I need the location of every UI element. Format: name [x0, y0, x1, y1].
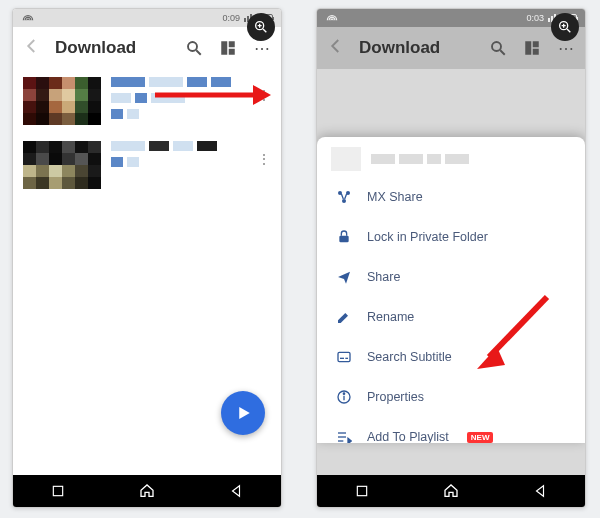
- phone-right: 0:03 Download ⋯: [316, 8, 586, 508]
- menu-properties[interactable]: Properties: [317, 377, 585, 417]
- lock-icon: [335, 228, 353, 246]
- svg-rect-31: [340, 358, 344, 359]
- svg-rect-13: [53, 486, 62, 495]
- nav-back-icon[interactable]: [531, 482, 549, 500]
- nav-home-icon[interactable]: [138, 482, 156, 500]
- menu-lock[interactable]: Lock in Private Folder: [317, 217, 585, 257]
- page-title: Download: [55, 38, 185, 58]
- nav-back-icon[interactable]: [227, 482, 245, 500]
- status-time: 0:09: [222, 13, 240, 23]
- more-icon[interactable]: ⋯: [253, 39, 271, 57]
- svg-rect-11: [229, 49, 235, 55]
- app-toolbar: Download ⋯: [13, 27, 281, 69]
- svg-rect-30: [338, 352, 350, 361]
- svg-rect-40: [357, 486, 366, 495]
- item-more-icon[interactable]: ⋮: [257, 151, 271, 167]
- nav-home-icon[interactable]: [442, 482, 460, 500]
- svg-rect-4: [244, 18, 246, 22]
- thumbnail: [23, 141, 101, 189]
- svg-point-7: [188, 42, 197, 51]
- sheet-header: [317, 137, 585, 177]
- svg-point-28: [342, 199, 346, 203]
- status-bar: 0:09: [13, 9, 281, 27]
- svg-rect-32: [345, 358, 348, 359]
- svg-point-21: [492, 42, 501, 51]
- svg-line-1: [263, 29, 266, 32]
- menu-label: Rename: [367, 310, 414, 324]
- more-icon[interactable]: ⋯: [557, 39, 575, 57]
- back-icon[interactable]: [327, 37, 345, 59]
- app-toolbar: Download ⋯: [317, 27, 585, 69]
- video-list: ⋮ ⋮: [13, 69, 281, 475]
- nav-bar: [13, 475, 281, 507]
- svg-line-15: [567, 29, 570, 32]
- search-icon[interactable]: [489, 39, 507, 57]
- svg-rect-9: [221, 41, 227, 55]
- menu-label: Properties: [367, 390, 424, 404]
- list-item[interactable]: ⋮: [13, 133, 281, 197]
- nav-bar: [317, 475, 585, 507]
- info-icon: [335, 388, 353, 406]
- svg-point-35: [343, 393, 344, 394]
- zoom-icon[interactable]: [551, 13, 579, 41]
- menu-label: Lock in Private Folder: [367, 230, 488, 244]
- svg-rect-29: [339, 236, 348, 243]
- sheet-thumbnail: [331, 147, 361, 171]
- svg-line-22: [500, 50, 505, 55]
- hotspot-icon: [325, 13, 339, 23]
- nav-recent-icon[interactable]: [353, 482, 371, 500]
- page-title: Download: [359, 38, 489, 58]
- subtitle-icon: [335, 348, 353, 366]
- context-menu-sheet: MX Share Lock in Private Folder Share Re…: [317, 137, 585, 443]
- new-badge: NEW: [467, 432, 494, 443]
- svg-line-8: [196, 50, 201, 55]
- status-time: 0:03: [526, 13, 544, 23]
- menu-add-playlist[interactable]: Add To Playlist NEW: [317, 417, 585, 443]
- search-icon[interactable]: [185, 39, 203, 57]
- annotation-arrow: [153, 83, 273, 107]
- svg-rect-23: [525, 41, 531, 55]
- svg-rect-25: [533, 49, 539, 55]
- svg-rect-18: [548, 18, 550, 22]
- menu-mx-share[interactable]: MX Share: [317, 177, 585, 217]
- annotation-arrow: [467, 287, 557, 377]
- back-icon[interactable]: [23, 37, 41, 59]
- thumbnail: [23, 77, 101, 125]
- pencil-icon: [335, 308, 353, 326]
- menu-label: Add To Playlist: [367, 430, 449, 443]
- status-bar: 0:03: [317, 9, 585, 27]
- svg-rect-10: [229, 41, 235, 47]
- content: MX Share Lock in Private Folder Share Re…: [317, 69, 585, 475]
- item-meta: [111, 141, 217, 167]
- svg-rect-24: [533, 41, 539, 47]
- share-icon: [335, 268, 353, 286]
- zoom-icon[interactable]: [247, 13, 275, 41]
- view-mode-icon[interactable]: [523, 39, 541, 57]
- play-fab[interactable]: [221, 391, 265, 435]
- menu-label: MX Share: [367, 190, 423, 204]
- hotspot-icon: [21, 13, 35, 23]
- svg-line-39: [489, 297, 547, 357]
- nav-recent-icon[interactable]: [49, 482, 67, 500]
- view-mode-icon[interactable]: [219, 39, 237, 57]
- playlist-icon: [335, 428, 353, 443]
- menu-label: Search Subtitle: [367, 350, 452, 364]
- menu-label: Share: [367, 270, 400, 284]
- phone-left: 0:09 Download ⋯: [12, 8, 282, 508]
- mx-share-icon: [335, 188, 353, 206]
